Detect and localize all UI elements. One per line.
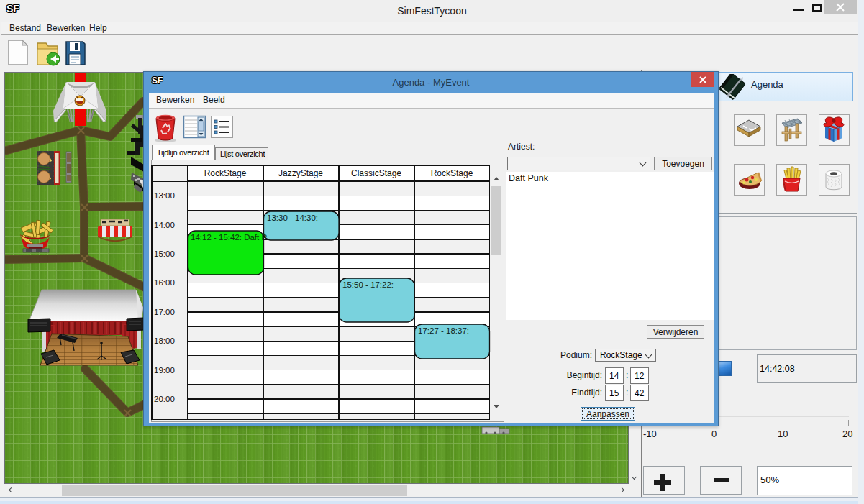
svg-text:15:50 - 17:22:: 15:50 - 17:22: — [342, 280, 394, 289]
svg-text:18:00: 18:00 — [154, 336, 175, 345]
svg-text:14:00: 14:00 — [154, 221, 175, 229]
svg-text:13:30 - 14:30:: 13:30 - 14:30: — [267, 214, 318, 222]
svg-text:14:12 - 15:42: Daft P: 14:12 - 15:42: Daft P — [191, 233, 267, 242]
svg-text:19:00: 19:00 — [154, 366, 175, 375]
svg-text:20:00: 20:00 — [154, 395, 175, 403]
svg-text:16:00: 16:00 — [154, 278, 175, 287]
svg-text:13:00: 13:00 — [154, 191, 175, 200]
svg-text:RockStage: RockStage — [431, 168, 473, 178]
svg-text:17:27 - 18:37:: 17:27 - 18:37: — [418, 326, 469, 335]
svg-text:17:00: 17:00 — [154, 308, 175, 316]
svg-text:15:00: 15:00 — [154, 249, 175, 258]
svg-text:RockStage: RockStage — [204, 168, 247, 178]
svg-text:JazzyStage: JazzyStage — [278, 168, 323, 178]
svg-text:ClassicStage: ClassicStage — [351, 168, 401, 178]
